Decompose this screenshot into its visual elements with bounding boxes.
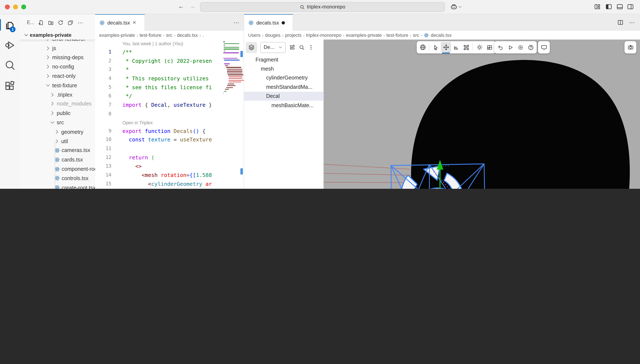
help-icon[interactable] xyxy=(526,42,536,53)
toggle-sidebar-icon[interactable] xyxy=(605,3,612,10)
tab-decals-tsx[interactable]: decals.tsx ✕ xyxy=(95,14,145,30)
light-icon[interactable] xyxy=(474,42,485,53)
breadcrumb-item[interactable]: triplex-monorepo xyxy=(306,32,341,38)
activity-bar: 1 1 xyxy=(0,14,20,189)
maximize-window-button[interactable] xyxy=(21,4,26,9)
search-scene-icon[interactable] xyxy=(299,44,305,50)
refresh-icon[interactable] xyxy=(58,20,64,26)
command-center-search[interactable]: triplex-monorepo xyxy=(200,2,445,12)
select-cursor-icon[interactable] xyxy=(431,42,441,53)
new-file-icon[interactable] xyxy=(38,20,44,26)
customize-layout-icon[interactable] xyxy=(594,3,601,10)
tree-item-cards-tsx[interactable]: cards.tsx xyxy=(20,155,95,164)
back-arrow-icon[interactable]: ← xyxy=(178,2,184,10)
breadcrumb-item[interactable]: projects xyxy=(285,32,302,38)
breadcrumb-item[interactable]: test-fixture xyxy=(386,32,408,38)
tree-item-component-root-[interactable]: component-root... xyxy=(20,164,95,174)
play-icon[interactable] xyxy=(505,42,516,53)
component-select-dropdown[interactable]: De... xyxy=(260,42,286,53)
scene-item-decal[interactable]: Decal xyxy=(244,92,324,100)
breadcrumb-item[interactable]: decals.tsx xyxy=(177,32,198,38)
transform-region-icon[interactable] xyxy=(461,42,471,53)
collapse-folders-icon[interactable] xyxy=(67,20,73,26)
chevron-down-icon[interactable] xyxy=(458,5,462,9)
feedback-comment-icon[interactable] xyxy=(539,42,549,53)
minimize-window-button[interactable] xyxy=(13,4,18,9)
line-number: 14 xyxy=(95,171,111,180)
kebab-menu-icon[interactable] xyxy=(308,44,314,50)
code-line-11: 11 xyxy=(95,144,223,153)
scale-tool-icon[interactable] xyxy=(451,42,461,53)
toggle-secondary-sidebar-icon[interactable] xyxy=(627,3,634,10)
layers-icon[interactable] xyxy=(246,42,257,53)
section-header-examples-private[interactable]: examples-private xyxy=(20,31,95,40)
tree-item-node-modules[interactable]: node_modules xyxy=(20,99,95,109)
tree-item-public[interactable]: public xyxy=(20,109,95,118)
viewport-tools xyxy=(417,41,495,54)
code-line-3: 3 * xyxy=(95,65,223,74)
breadcrumb-item[interactable]: decals.tsx xyxy=(431,32,452,38)
scene-item-meshstandardma-[interactable]: meshStandardMa... xyxy=(244,82,324,92)
copilot-icon[interactable] xyxy=(450,3,458,10)
tree-item-src[interactable]: src xyxy=(20,118,95,127)
breadcrumb-item[interactable]: . xyxy=(202,32,204,38)
settings-icon[interactable] xyxy=(516,42,526,53)
scene-item-fragment[interactable]: Fragment xyxy=(244,55,324,64)
3d-viewport[interactable]: Y Z xyxy=(324,40,640,189)
tree-item-test-fixture[interactable]: test-fixture xyxy=(20,81,95,90)
extensions-icon[interactable] xyxy=(4,80,16,92)
tree-item-js[interactable]: js xyxy=(20,44,95,53)
tree-item-label: missing-deps xyxy=(52,54,84,60)
dirty-indicator[interactable] xyxy=(282,21,285,24)
tree-item-cameras-tsx[interactable]: cameras.tsx xyxy=(20,146,95,155)
new-folder-icon[interactable] xyxy=(48,20,54,26)
minimap[interactable] xyxy=(223,40,240,162)
tree-item-react-only[interactable]: react-only xyxy=(20,72,95,81)
grid-icon[interactable] xyxy=(485,42,495,53)
explorer-badge: 1 xyxy=(10,26,16,32)
scene-item-meshbasicmate-[interactable]: meshBasicMate... xyxy=(244,100,324,110)
code-line-13: 13 <> xyxy=(95,162,223,171)
tree-item-create-root-tsx[interactable]: create-root.tsx xyxy=(20,183,95,189)
scene-item-cylindergeometry[interactable]: cylinderGeometry xyxy=(244,73,324,82)
toggle-panel-icon[interactable] xyxy=(616,3,623,10)
forward-arrow-icon[interactable]: → xyxy=(189,2,195,10)
tree-item-geometry[interactable]: geometry xyxy=(20,127,95,136)
editor-more-actions-icon[interactable]: ⋯ xyxy=(233,19,240,26)
close-window-button[interactable] xyxy=(5,4,10,9)
tab-decals-tsx-triplex[interactable]: decals.tsx xyxy=(244,14,293,30)
tree-item-controls-tsx[interactable]: controls.tsx xyxy=(20,174,95,183)
breadcrumb-item[interactable]: src xyxy=(166,32,172,38)
code-content[interactable]: You, last week | 1 author (You)1/**2 * C… xyxy=(95,40,223,189)
tree-item--triplex[interactable]: .triplex xyxy=(20,90,95,99)
undo-icon[interactable] xyxy=(495,42,505,53)
codelens[interactable]: Open in Triplex xyxy=(95,118,223,126)
run-debug-icon[interactable] xyxy=(4,40,16,51)
search-sidebar-icon[interactable] xyxy=(4,60,16,71)
breadcrumb-item[interactable]: Users xyxy=(248,32,261,38)
tree-item-no-config[interactable]: no-config xyxy=(20,62,95,72)
line-number: 4 xyxy=(95,74,111,83)
file-tree: error-rendererjsmissing-depsno-configrea… xyxy=(20,34,95,189)
breadcrumb-item[interactable]: examples-private xyxy=(346,32,382,38)
close-tab-icon[interactable]: ✕ xyxy=(132,20,136,25)
tree-item-util[interactable]: util xyxy=(20,136,95,146)
codelens[interactable]: You, last week | 1 author (You) xyxy=(95,40,223,48)
breadcrumb-item[interactable]: src xyxy=(413,32,419,38)
edit-code-icon[interactable] xyxy=(289,44,295,50)
breadcrumb-separator: › xyxy=(174,33,175,37)
breadcrumb-item[interactable]: test-fixture xyxy=(139,32,161,38)
breadcrumb-item[interactable]: examples-private xyxy=(99,32,135,38)
tree-item-missing-deps[interactable]: missing-deps xyxy=(20,53,95,62)
translate-tool-icon[interactable] xyxy=(441,42,451,53)
breadcrumb-item[interactable]: douges xyxy=(265,32,280,38)
camera-icon[interactable] xyxy=(625,42,635,53)
more-actions-icon[interactable]: ⋯ xyxy=(77,20,83,26)
split-editor-icon[interactable] xyxy=(617,19,624,26)
editor-more-actions-icon[interactable]: ⋯ xyxy=(628,19,635,26)
chevron-down-icon xyxy=(45,83,51,88)
scene-item-mesh[interactable]: mesh xyxy=(244,64,324,73)
globe-icon[interactable] xyxy=(417,42,428,53)
code-line-10: 10 const texture = useTexture xyxy=(95,136,223,144)
line-number: 9 xyxy=(95,126,111,136)
